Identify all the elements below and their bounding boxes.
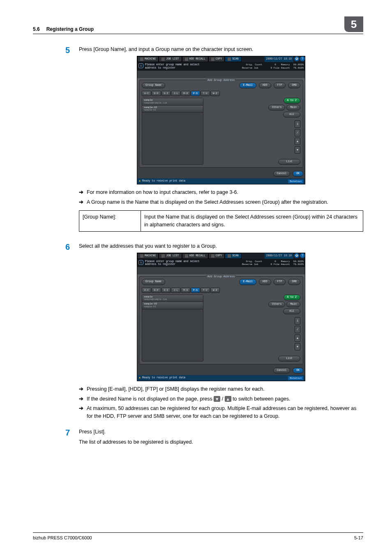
note-text: For more information on how to input cha… [87, 189, 238, 196]
up-arrow-icon: ▲ [225, 396, 231, 402]
alpha-tab[interactable]: M-O [181, 288, 190, 293]
device-screenshot-2: MACHINE JOB LIST HDD RECALL COPY SCAN 20… [137, 253, 305, 381]
list-button[interactable]: List [278, 356, 300, 362]
cancel-button[interactable]: Cancel [273, 368, 290, 373]
group-name-button[interactable]: Group Name [142, 279, 165, 285]
top-scan-button[interactable]: SCAN [225, 253, 242, 259]
tab-smb[interactable]: SMB [288, 279, 300, 285]
top-hddrecall-button[interactable]: HDD RECALL [182, 56, 208, 62]
tab-hdd[interactable]: HDD [259, 279, 271, 285]
tab-smb[interactable]: SMB [288, 83, 300, 88]
top-copy-button[interactable]: COPY [208, 56, 225, 62]
power-icon[interactable]: ⏻ [294, 253, 299, 258]
tab-ftp[interactable]: FTP [274, 279, 286, 285]
arrow-icon: ➔ [79, 189, 83, 196]
arrow-icon: ➔ [79, 385, 83, 393]
page-count: 1 [295, 317, 300, 325]
timestamp: 2009/11/27 18:19 [265, 56, 293, 62]
top-joblist-button[interactable]: JOB LIST [159, 253, 182, 259]
section-number: 5.6 [33, 26, 40, 32]
alpha-tab[interactable]: W-Z [210, 91, 220, 96]
rotation-badge: Rotation [288, 376, 303, 380]
alpha-tab[interactable]: A-C [142, 91, 151, 96]
help-icon[interactable]: ? [300, 253, 305, 258]
list-item[interactable]: sample sample@sample.com [142, 295, 203, 302]
list-item[interactable]: sample-02 sample-02 [142, 106, 203, 113]
note-text: If the desired Name is not displayed on … [87, 395, 291, 403]
device-screenshot-1: MACHINE JOB LIST HDD RECALL COPY SCAN 20… [137, 56, 305, 184]
info-counters: Orig. Count 0 Memory 99.003% Reserve Job… [242, 260, 304, 266]
tab-hdd[interactable]: HDD [259, 83, 271, 88]
tab-email[interactable]: E-Mail [239, 279, 256, 285]
warning-icon: ▲ [139, 376, 141, 380]
arrow-icon: ➔ [79, 395, 83, 403]
all-button[interactable]: All [283, 112, 300, 117]
top-scan-button[interactable]: SCAN [225, 56, 242, 62]
step-6-text: Select all the addresses that you want t… [79, 242, 363, 250]
top-joblist-button[interactable]: JOB LIST [159, 56, 182, 62]
alpha-tab-selected[interactable]: P-S [191, 288, 200, 293]
step-number-5: 5 [33, 46, 70, 239]
down-arrow-icon: ▼ [214, 396, 220, 402]
note-text: A Group name is the Name that is display… [87, 198, 328, 206]
chapter-badge: 5 [344, 16, 363, 32]
top-machine-button[interactable]: MACHINE [137, 253, 159, 259]
alpha-tab[interactable]: G-I [161, 288, 171, 293]
alpha-tab[interactable]: W-Z [210, 288, 220, 293]
top-machine-button[interactable]: MACHINE [137, 56, 159, 62]
alpha-tab[interactable]: T-V [201, 91, 210, 96]
page-slash: / [295, 129, 300, 136]
info-counters: Orig. Count 0 Memory 99.003% Reserve Job… [242, 63, 304, 69]
alpha-tab[interactable]: D-F [152, 91, 161, 96]
list-button[interactable]: List [278, 159, 300, 165]
group-name-button[interactable]: Group Name [142, 83, 165, 88]
rotation-badge: Rotation [288, 180, 303, 183]
page-down-icon[interactable]: ▼ [295, 146, 300, 154]
page-header: 5.6 Registering a Group 5 [33, 16, 363, 34]
panel-title: Add Group Address [206, 275, 236, 279]
alpha-tab[interactable]: T-V [201, 288, 210, 293]
others-button[interactable]: Others [268, 302, 285, 307]
arrow-icon: ➔ [79, 405, 83, 421]
step-number-6: 6 [33, 242, 70, 425]
page-up-icon[interactable]: ▲ [295, 334, 300, 342]
power-icon[interactable]: ⏻ [294, 56, 299, 61]
step-7-text2: The list of addresses to be registered i… [79, 438, 363, 446]
timestamp: 2009/11/27 18:19 [265, 253, 293, 259]
status-text: Ready to receive print data [142, 179, 185, 183]
address-list: sample sample@sample.com sample-02 sampl… [142, 98, 203, 165]
ok-button[interactable]: OK [293, 368, 303, 373]
tab-email[interactable]: E-Mail [239, 83, 256, 88]
alpha-tab[interactable]: J-L [171, 288, 180, 293]
list-item[interactable]: sample sample@sample.com [142, 98, 203, 106]
alpha-tab[interactable]: G-I [161, 91, 171, 96]
alpha-tab[interactable]: A-C [142, 288, 151, 293]
alpha-tab[interactable]: M-O [181, 91, 190, 96]
main-button[interactable]: Main [286, 105, 300, 111]
arrow-icon: ➔ [79, 198, 83, 206]
alpha-tab[interactable]: D-F [152, 288, 161, 293]
alpha-tabs: A-C D-F G-I J-L M-O P-S T-V W-Z [142, 91, 300, 96]
help-icon[interactable]: ? [300, 56, 305, 61]
cancel-button[interactable]: Cancel [273, 171, 290, 177]
atoz-button[interactable]: A to Z [284, 98, 300, 104]
page-count: 1 [295, 120, 300, 128]
ok-button[interactable]: OK [293, 171, 303, 177]
alpha-tab-selected[interactable]: P-S [191, 91, 200, 96]
others-button[interactable]: Others [268, 105, 285, 111]
note-text: At maximum, 50 addresses can be register… [87, 405, 363, 421]
top-copy-button[interactable]: COPY [208, 253, 225, 259]
table-label: [Group Name]: [79, 211, 141, 232]
atoz-button[interactable]: A to Z [284, 295, 300, 300]
status-text: Ready to receive print data [142, 376, 185, 380]
all-button[interactable]: All [283, 309, 300, 314]
page-down-icon[interactable]: ▼ [295, 343, 300, 350]
top-hddrecall-button[interactable]: HDD RECALL [182, 253, 208, 259]
main-button[interactable]: Main [286, 302, 300, 307]
panel-title: Add Group Address [206, 78, 236, 83]
list-item[interactable]: sample-02 sample-02 [142, 302, 203, 309]
info-icon: i [138, 260, 143, 265]
alpha-tab[interactable]: J-L [171, 91, 180, 96]
page-up-icon[interactable]: ▲ [295, 138, 300, 145]
tab-ftp[interactable]: FTP [274, 83, 286, 88]
